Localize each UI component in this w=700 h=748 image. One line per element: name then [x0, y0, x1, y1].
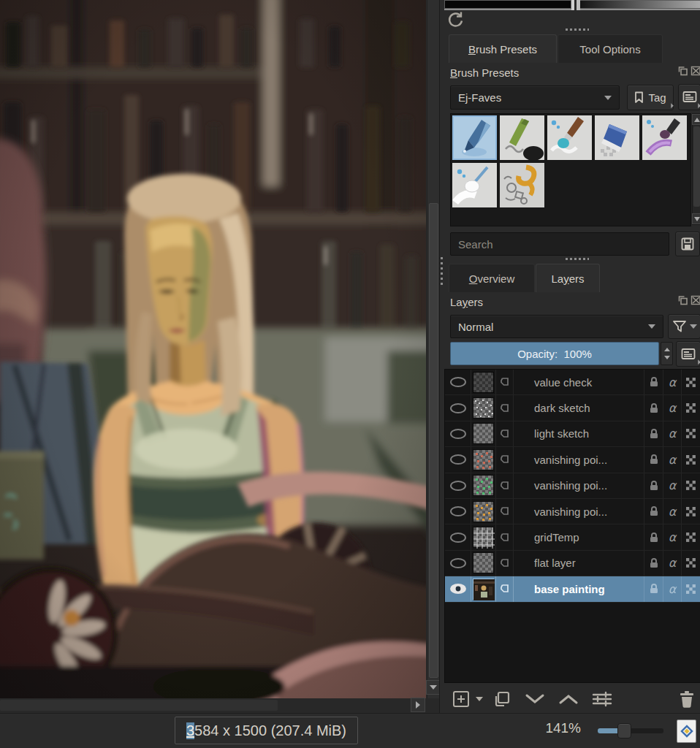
preset-chalk-detail-stamp[interactable]	[500, 163, 544, 207]
save-preset-button[interactable]	[675, 232, 700, 256]
layer-thumbnail[interactable]	[473, 372, 494, 393]
zoom-slider-handle[interactable]	[617, 723, 631, 739]
layer-row[interactable]: vanishing poi... α	[445, 447, 700, 473]
layer-lock-toggle[interactable]	[644, 370, 663, 394]
float-docker-icon[interactable]	[677, 66, 688, 76]
layer-thumbnail[interactable]	[473, 423, 494, 444]
layer-row[interactable]: flat layer α	[445, 551, 700, 576]
spin-up-icon[interactable]	[664, 348, 670, 351]
preset-blue-sketch-pencil[interactable]	[452, 115, 497, 160]
docker-drag-handle[interactable]	[566, 258, 589, 260]
move-layer-down-button[interactable]	[524, 692, 546, 706]
preset-wet-teal-round-brush[interactable]	[547, 115, 592, 160]
layer-lock-toggle[interactable]	[644, 499, 663, 524]
alpha-lock-toggle[interactable]: α	[663, 370, 681, 394]
close-docker-icon[interactable]	[691, 295, 700, 305]
inherit-alpha-toggle[interactable]	[681, 473, 700, 498]
spin-down-icon[interactable]	[664, 356, 670, 359]
tab-layers[interactable]: Layers	[536, 264, 600, 292]
layer-visibility-toggle[interactable]	[445, 524, 471, 549]
layer-visibility-toggle[interactable]	[445, 421, 471, 446]
layer-visibility-toggle[interactable]	[445, 499, 471, 524]
inherit-alpha-toggle[interactable]	[681, 370, 700, 394]
preset-scroll-up-button[interactable]	[692, 114, 700, 125]
inherit-alpha-toggle[interactable]	[681, 524, 700, 549]
layer-thumbnail[interactable]	[473, 449, 494, 470]
preset-green-pastel-charcoal[interactable]	[500, 115, 544, 160]
add-layer-dropdown[interactable]	[476, 697, 483, 701]
tab-overview[interactable]: Overview	[449, 264, 535, 292]
layer-visibility-toggle[interactable]	[445, 473, 471, 498]
alpha-lock-toggle[interactable]: α	[663, 576, 681, 601]
preset-scroll-down-button[interactable]	[692, 213, 700, 224]
gradient-slider-handle[interactable]	[571, 0, 580, 10]
layer-row[interactable]: value check α	[445, 370, 700, 395]
layer-visibility-toggle[interactable]	[445, 370, 471, 394]
docker-drag-handle[interactable]	[566, 28, 589, 31]
close-docker-icon[interactable]	[691, 66, 700, 76]
add-layer-button[interactable]	[452, 690, 470, 708]
canvas-horizontal-scrollbar-thumb[interactable]	[0, 700, 278, 711]
layer-visibility-toggle[interactable]	[445, 447, 471, 472]
opacity-spinner[interactable]	[661, 342, 673, 365]
preset-search-input[interactable]	[450, 232, 669, 256]
layer-name[interactable]: light sketch	[514, 421, 644, 446]
layer-row[interactable]: light sketch α	[445, 421, 700, 447]
layer-thumbnail[interactable]	[473, 579, 494, 600]
gradient-slider[interactable]	[444, 0, 700, 10]
layer-row-selected[interactable]: base painting α	[445, 576, 700, 602]
inherit-alpha-toggle[interactable]	[681, 421, 700, 446]
preset-purple-glaze-brush[interactable]	[642, 115, 687, 160]
layer-visibility-toggle[interactable]	[445, 576, 471, 601]
canvas-vertical-scrollbar[interactable]	[427, 0, 439, 698]
preset-eraser-block[interactable]	[595, 115, 639, 160]
tab-tool-options[interactable]: Tool Options	[558, 34, 663, 63]
tab-brush-presets[interactable]: Brush Presets	[449, 34, 557, 63]
alpha-lock-toggle[interactable]: α	[663, 499, 681, 524]
alpha-lock-toggle[interactable]: α	[663, 395, 681, 420]
layer-thumbnail[interactable]	[473, 527, 494, 548]
duplicate-layer-button[interactable]	[493, 690, 511, 708]
layer-row[interactable]: vanishing poi... α	[445, 473, 700, 499]
inherit-alpha-toggle[interactable]	[681, 395, 700, 420]
layer-view-settings-button[interactable]	[676, 341, 700, 367]
layer-lock-toggle[interactable]	[644, 576, 663, 601]
preset-scrollbar-thumb[interactable]	[693, 126, 700, 207]
display-settings-button[interactable]	[678, 84, 700, 110]
layer-thumbnail[interactable]	[473, 475, 494, 496]
layer-properties-button[interactable]	[591, 691, 613, 707]
layer-name[interactable]: dark sketch	[514, 395, 644, 420]
layer-lock-toggle[interactable]	[644, 473, 663, 498]
layer-thumbnail[interactable]	[473, 501, 494, 522]
layer-lock-toggle[interactable]	[644, 551, 663, 576]
move-layer-up-button[interactable]	[558, 692, 579, 706]
layer-row[interactable]: gridTemp α	[445, 524, 700, 550]
layer-visibility-toggle[interactable]	[445, 395, 471, 420]
layer-lock-toggle[interactable]	[644, 447, 663, 472]
alpha-lock-toggle[interactable]: α	[663, 473, 681, 498]
layer-name[interactable]: gridTemp	[514, 524, 644, 549]
layer-thumbnail[interactable]	[473, 552, 494, 573]
inherit-alpha-toggle[interactable]	[681, 576, 700, 601]
panel-splitter-handle[interactable]	[441, 257, 443, 285]
alpha-lock-toggle[interactable]: α	[663, 551, 681, 576]
preset-tag-combobox[interactable]: Ej-Faves	[450, 85, 620, 110]
alpha-lock-toggle[interactable]: α	[663, 524, 681, 549]
opacity-slider[interactable]: Opacity: 100%	[450, 342, 659, 365]
blend-mode-combobox[interactable]: Normal	[450, 315, 663, 338]
layer-lock-toggle[interactable]	[644, 395, 663, 420]
scroll-down-button[interactable]	[426, 680, 441, 695]
layer-visibility-toggle[interactable]	[445, 551, 471, 576]
alpha-lock-toggle[interactable]: α	[663, 447, 681, 472]
canvas-vertical-scrollbar-thumb[interactable]	[429, 203, 438, 678]
float-docker-icon[interactable]	[677, 295, 688, 305]
layer-row[interactable]: vanishing poi... α	[445, 499, 700, 524]
scroll-right-button[interactable]	[411, 698, 425, 712]
layer-filter-button[interactable]	[668, 314, 700, 339]
layer-row[interactable]: dark sketch α	[445, 395, 700, 421]
layer-name[interactable]: flat layer	[514, 551, 644, 576]
layer-lock-toggle[interactable]	[644, 524, 663, 549]
layer-name[interactable]: value check	[514, 370, 644, 394]
inherit-alpha-toggle[interactable]	[681, 447, 700, 472]
layer-name[interactable]: base painting	[514, 576, 644, 601]
